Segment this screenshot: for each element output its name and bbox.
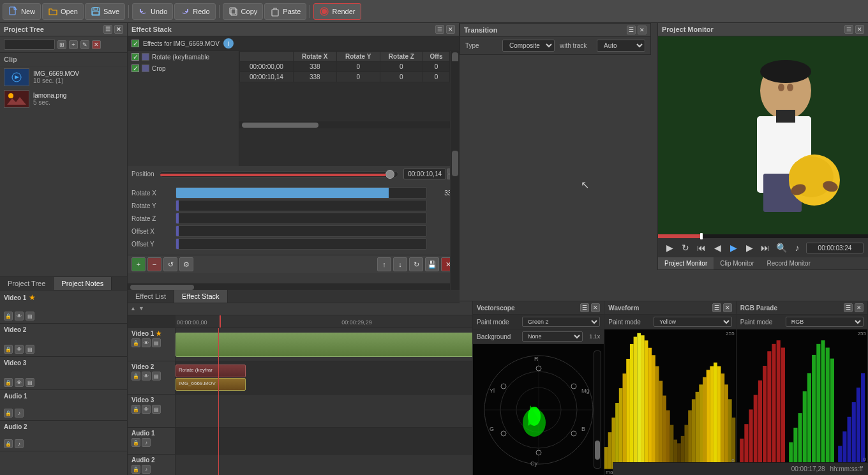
clip-block-rotate[interactable]: Rotate (keyfrar xyxy=(176,365,246,377)
slider-bar-rotate-y[interactable] xyxy=(176,200,427,211)
slider-bar-offset-y[interactable] xyxy=(176,238,427,250)
tl-v1-icon-film[interactable]: ▤ xyxy=(152,338,161,347)
down-effect-btn[interactable]: ↓ xyxy=(393,257,407,271)
project-monitor-close-btn[interactable]: ✕ xyxy=(855,25,864,34)
rotate-checkbox[interactable]: ✓ xyxy=(131,53,139,61)
kf-hscrollbar[interactable] xyxy=(239,121,450,128)
video2-lock-icon[interactable]: 🔒 xyxy=(4,345,13,354)
wf-paint-select[interactable]: Yellow xyxy=(654,317,731,327)
rgb-paint-select[interactable]: RGB xyxy=(786,317,864,327)
slider-vscrollbar[interactable] xyxy=(450,61,459,291)
tab-effect-list[interactable]: Effect List xyxy=(128,290,174,303)
transition-menu-btn[interactable]: ☰ xyxy=(627,26,636,34)
loop-effect-btn[interactable]: ↻ xyxy=(409,257,423,271)
settings-effect-btn[interactable]: ⚙ xyxy=(179,257,193,271)
video3-lock-icon[interactable]: 🔒 xyxy=(4,378,13,387)
tab-effect-stack[interactable]: Effect Stack xyxy=(174,290,228,303)
effect-item-crop[interactable]: ✓ Crop xyxy=(128,63,239,74)
render-button[interactable]: Render xyxy=(313,3,361,20)
position-time-display[interactable]: 00:00:10,14 xyxy=(403,169,446,179)
vs-paint-select[interactable]: Green 2 xyxy=(522,317,600,327)
monitor-tab-clip[interactable]: Clip Monitor xyxy=(714,257,760,269)
monitor-loop-btn[interactable]: ↻ xyxy=(678,241,692,255)
vs-bg-select[interactable]: None xyxy=(522,331,583,342)
transition-close-btn[interactable]: ✕ xyxy=(638,26,647,34)
vs-slider-thumb[interactable] xyxy=(595,441,600,460)
tl-a1-icon-lock[interactable]: 🔒 xyxy=(131,438,140,447)
video1-film-icon[interactable]: ▤ xyxy=(26,312,34,320)
undo-button[interactable]: Undo xyxy=(132,3,173,20)
tl-v2-icon-eye[interactable]: 👁 xyxy=(142,372,151,381)
edit-clip-btn[interactable]: ✎ xyxy=(80,40,89,49)
redo-button[interactable]: Redo xyxy=(174,3,215,20)
rgb-parade-menu-btn[interactable]: ☰ xyxy=(844,303,853,312)
effects-info-btn[interactable]: i xyxy=(223,38,234,49)
remove-clip-btn[interactable]: ✕ xyxy=(92,40,101,49)
save-button[interactable]: Save xyxy=(85,3,125,20)
video1-eye-icon[interactable]: 👁 xyxy=(15,312,24,320)
add-clip-btn[interactable]: + xyxy=(69,40,78,49)
project-tree-menu-btn[interactable]: ☰ xyxy=(103,25,112,34)
timeline-playhead[interactable] xyxy=(220,315,221,328)
kf-hscrollbar-thumb[interactable] xyxy=(242,123,318,128)
audio1-lock-icon[interactable]: 🔒 xyxy=(4,409,13,418)
audio1-mute-icon[interactable]: ♪ xyxy=(15,409,24,418)
add-effect-btn[interactable]: + xyxy=(131,257,146,271)
tl-up-arrow[interactable]: ▲ xyxy=(130,305,136,312)
reset-effect-btn[interactable]: ↺ xyxy=(163,257,177,271)
slider-bar-rotate-x[interactable] xyxy=(176,187,427,199)
transition-type-select[interactable]: Composite xyxy=(502,40,555,52)
waveform-close-btn[interactable]: ✕ xyxy=(723,303,732,312)
open-button[interactable]: Open xyxy=(42,3,84,20)
audio2-mute-icon[interactable]: ♪ xyxy=(15,439,24,448)
effect-stack-close-btn[interactable]: ✕ xyxy=(446,25,455,34)
remove-effect-btn[interactable]: − xyxy=(147,257,161,271)
monitor-play-main-btn[interactable]: ▶ xyxy=(726,241,740,255)
copy-button[interactable]: Copy xyxy=(223,3,264,20)
effect-item-rotate[interactable]: ✓ Rotate (keyframable xyxy=(128,51,239,63)
monitor-tab-project[interactable]: Project Monitor xyxy=(658,257,714,269)
project-tree-close-btn[interactable]: ✕ xyxy=(114,25,123,34)
rgb-parade-close-btn[interactable]: ✕ xyxy=(855,303,864,312)
tl-v2-icon-film[interactable]: ▤ xyxy=(152,372,161,381)
audio2-lock-icon[interactable]: 🔒 xyxy=(4,439,13,448)
tl-a2-icon-mute[interactable]: ♪ xyxy=(142,465,151,474)
position-slider-thumb[interactable] xyxy=(385,170,394,179)
effect-stack-menu-btn[interactable]: ☰ xyxy=(435,25,444,34)
clip-block-img[interactable]: IMG_6669.MOV xyxy=(176,378,246,391)
tl-a1-icon-mute[interactable]: ♪ xyxy=(142,438,151,447)
tl-v1-icon-eye[interactable]: 👁 xyxy=(142,338,151,347)
tl-a2-icon-lock[interactable]: 🔒 xyxy=(131,465,140,474)
tab-project-tree[interactable]: Project Tree xyxy=(0,277,54,290)
vs-vertical-slider[interactable] xyxy=(594,351,601,469)
kf-row-0[interactable]: 00:00:00,00 338 0 0 0 xyxy=(240,62,450,72)
search-input[interactable] xyxy=(4,39,55,50)
paste-button[interactable]: Paste xyxy=(264,3,306,20)
position-slider[interactable] xyxy=(160,171,399,177)
tl-v3-icon-eye[interactable]: 👁 xyxy=(142,405,151,414)
monitor-next-btn[interactable]: ⏭ xyxy=(758,241,772,255)
monitor-tab-record[interactable]: Record Monitor xyxy=(761,257,817,269)
slider-bar-offset-x[interactable] xyxy=(176,225,427,237)
monitor-step-back-btn[interactable]: ◀ xyxy=(710,241,724,255)
vectorscope-close-btn[interactable]: ✕ xyxy=(591,303,600,312)
slider-bar-rotate-z[interactable] xyxy=(176,213,427,224)
clip-item-0[interactable]: IMG_6669.MOV 10 sec. (1) xyxy=(0,66,127,88)
kf-row-1[interactable]: 00:00:10,14 338 0 0 0 xyxy=(240,72,450,82)
view-toggle-btn[interactable]: ⊞ xyxy=(57,40,66,49)
effects-main-checkbox[interactable]: ✓ xyxy=(131,40,139,47)
monitor-prev-btn[interactable]: ⏮ xyxy=(694,241,708,255)
effect-hscrollbar-thumb[interactable] xyxy=(130,285,194,290)
video2-eye-icon[interactable]: 👁 xyxy=(15,345,24,354)
vectorscope-menu-btn[interactable]: ☰ xyxy=(580,303,589,312)
waveform-menu-btn[interactable]: ☰ xyxy=(712,303,721,312)
video3-film-icon[interactable]: ▤ xyxy=(26,378,34,387)
video2-film-icon[interactable]: ▤ xyxy=(26,345,34,354)
monitor-play-btn[interactable]: ▶ xyxy=(662,241,677,255)
monitor-audio-btn[interactable]: ♪ xyxy=(790,241,804,255)
new-button[interactable]: New xyxy=(3,3,41,20)
video3-eye-icon[interactable]: 👁 xyxy=(15,378,24,387)
tl-v1-icon-lock[interactable]: 🔒 xyxy=(131,338,140,347)
tab-project-notes[interactable]: Project Notes xyxy=(54,277,112,290)
up-effect-btn[interactable]: ↑ xyxy=(377,257,391,271)
